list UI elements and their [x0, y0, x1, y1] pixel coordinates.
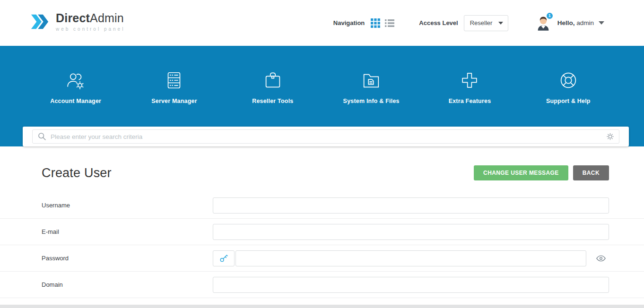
app-header: DirectAdmin web control panel Navigation: [0, 0, 644, 46]
page: DirectAdmin web control panel Navigation: [0, 0, 644, 308]
form-row-domain: Domain: [0, 272, 644, 298]
server-manager-icon: [163, 69, 185, 91]
reseller-tools-icon: [262, 69, 284, 91]
search-icon: [37, 132, 47, 141]
nav-item-server-manager[interactable]: Server Manager: [125, 69, 223, 104]
main-nav: Account Manager: [26, 46, 618, 104]
page-title: Create User: [42, 166, 112, 180]
password-input[interactable]: [235, 250, 586, 266]
form-row-password: Password: [0, 245, 644, 272]
greeting-text: Hello, admin: [557, 19, 594, 26]
generate-password-button[interactable]: [213, 250, 235, 266]
grid-view-icon[interactable]: [371, 18, 380, 28]
brand-tagline: web control panel: [56, 27, 125, 32]
notification-badge[interactable]: 1: [546, 12, 554, 20]
nav-item-system-info-files[interactable]: System Info & Files: [322, 69, 420, 104]
nav-item-reseller-tools[interactable]: Reseller Tools: [224, 69, 322, 104]
change-user-message-button[interactable]: CHANGE USER MESSAGE: [474, 165, 568, 180]
directadmin-logo[interactable]: DirectAdmin web control panel: [30, 12, 125, 33]
access-level-label: Access Level: [419, 19, 458, 26]
search-bar: [23, 127, 629, 146]
username-input[interactable]: [213, 197, 609, 214]
form-row-email: E-mail: [0, 219, 644, 245]
email-input[interactable]: [213, 224, 609, 240]
user-menu-chevron-icon: [599, 21, 604, 25]
form-row-username: Username: [0, 192, 644, 219]
back-button[interactable]: BACK: [573, 165, 609, 180]
support-help-icon: [557, 69, 579, 91]
show-password-button[interactable]: [593, 250, 609, 266]
username-label: Username: [42, 202, 213, 209]
search-settings-gear-icon[interactable]: [606, 133, 614, 141]
system-info-files-icon: [360, 69, 382, 91]
eye-icon: [596, 254, 606, 263]
search-input[interactable]: [51, 133, 600, 140]
avatar[interactable]: 1: [537, 16, 550, 31]
create-user-form: Username E-mail Password: [0, 192, 644, 298]
main-content: Create User CHANGE USER MESSAGE BACK Use…: [0, 146, 644, 305]
user-menu[interactable]: 1 Hello, admin: [537, 16, 604, 31]
email-label: E-mail: [42, 228, 213, 235]
access-level-select[interactable]: Reseller: [464, 15, 508, 31]
domain-input[interactable]: [213, 277, 609, 293]
nav-item-extra-features[interactable]: Extra Features: [420, 69, 519, 104]
nav-item-account-manager[interactable]: Account Manager: [26, 69, 125, 104]
directadmin-logo-icon: [30, 12, 50, 33]
account-manager-icon: [65, 69, 87, 91]
domain-label: Domain: [42, 281, 213, 288]
key-icon: [219, 254, 228, 263]
nav-item-support-help[interactable]: Support & Help: [519, 69, 618, 104]
chevron-down-icon: [498, 22, 503, 25]
extra-features-icon: [459, 69, 480, 91]
brand-name: DirectAdmin: [56, 12, 125, 24]
password-label: Password: [42, 255, 213, 262]
navigation-label: Navigation: [333, 19, 365, 26]
list-view-icon[interactable]: [385, 18, 394, 28]
access-level-value: Reseller: [470, 19, 493, 26]
